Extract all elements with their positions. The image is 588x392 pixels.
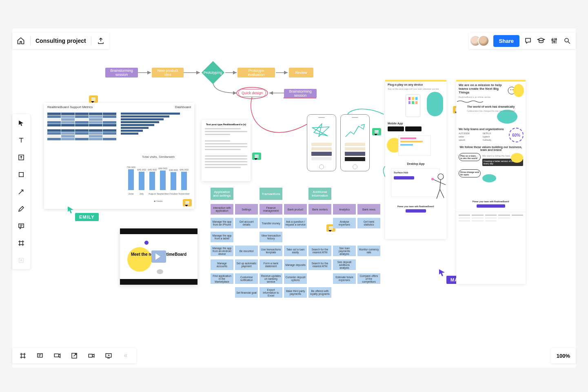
academy-icon[interactable] xyxy=(537,36,546,45)
sticky-note[interactable]: Manage the app from a tablet xyxy=(211,232,233,242)
sticky-note[interactable]: Bank product xyxy=(284,204,307,215)
avatar[interactable] xyxy=(478,35,489,47)
sticky-note[interactable]: Manage accounts xyxy=(211,259,233,270)
chart-bar xyxy=(160,171,166,190)
sticky-note[interactable]: Consider deposit options xyxy=(284,273,307,284)
sticky-note[interactable]: Analytics xyxy=(333,204,356,215)
screen-share-icon[interactable] xyxy=(103,350,114,361)
more-tools[interactable] xyxy=(16,255,27,266)
sticky-note[interactable]: Be offered with loyalty programs xyxy=(308,287,331,298)
sticky-note[interactable]: Be escorted xyxy=(235,246,258,256)
svg-rect-5 xyxy=(19,173,24,177)
sticky-note[interactable]: Make third party payments xyxy=(284,287,307,298)
comment-icon[interactable] xyxy=(252,153,261,160)
flow-node[interactable]: Prototype evaluation xyxy=(237,68,275,78)
flow-node[interactable]: Brainstorming session xyxy=(105,68,138,78)
phone-wireframe[interactable] xyxy=(307,114,336,171)
sticky-note[interactable]: Manage the app from an iPhone xyxy=(211,218,233,228)
sticky-note[interactable]: Interaction with application xyxy=(211,204,233,215)
document-card[interactable]: Test post type RealtimeBoard a (s) xyxy=(202,120,251,181)
phone-wireframe[interactable] xyxy=(340,114,370,171)
flow-node[interactable]: Review xyxy=(289,68,313,78)
share-button[interactable]: Share xyxy=(493,35,519,47)
sticky-note[interactable]: Find application in the Marketplace xyxy=(211,273,233,284)
select-tool[interactable] xyxy=(16,117,27,129)
comment-icon[interactable] xyxy=(183,199,192,206)
sticky-note[interactable]: See deposit additions analysis xyxy=(333,259,356,270)
sticky-note[interactable]: Transfer money xyxy=(260,218,282,228)
sticky-note[interactable]: Search for the nearest ATM xyxy=(308,246,331,256)
sticky-header[interactable]: Transactions xyxy=(260,188,282,200)
sticky-note[interactable]: Receive updates on banking service xyxy=(260,273,282,284)
sticky-note[interactable]: Bank centers xyxy=(308,204,331,215)
presentation-icon[interactable] xyxy=(51,350,63,361)
sticky-note[interactable]: Set financial goal xyxy=(235,287,258,298)
board-title[interactable]: Consulting project xyxy=(36,38,86,44)
sticky-note[interactable]: Get account details xyxy=(235,218,258,228)
sticky-note[interactable]: Get bank statistics xyxy=(357,218,380,228)
flow-decision[interactable]: Prototyping xyxy=(202,61,225,84)
zoom-level[interactable]: 100% xyxy=(551,348,576,363)
svg-point-1 xyxy=(554,41,555,42)
frames-icon[interactable] xyxy=(17,350,29,361)
comment-icon[interactable] xyxy=(89,95,98,103)
svg-rect-7 xyxy=(19,258,24,263)
sticky-note[interactable]: Set up automatic payment xyxy=(235,259,258,270)
pen-tool[interactable] xyxy=(16,203,27,215)
export-icon[interactable] xyxy=(96,36,105,45)
sticky-note[interactable]: Export information to Excel xyxy=(260,287,282,298)
mockup-device-page[interactable]: Plug-n-play on any device Stay on the sa… xyxy=(385,80,446,239)
chat-icon[interactable] xyxy=(524,36,533,45)
sticky-note[interactable]: Manage deposits xyxy=(284,259,307,270)
flow-node[interactable]: Brainstorming session xyxy=(284,89,317,98)
sticky-note[interactable]: Estimate future expenses xyxy=(333,273,356,284)
template-tool[interactable] xyxy=(16,152,27,163)
svg-point-0 xyxy=(552,39,553,40)
svg-rect-8 xyxy=(38,354,42,357)
share-embed-icon[interactable] xyxy=(69,350,80,361)
brand-logo: twitter xyxy=(459,135,480,138)
sticky-header[interactable]: Additional information xyxy=(308,188,331,200)
flow-node[interactable]: Quick design xyxy=(238,89,266,97)
sticky-note[interactable]: Compare offers of the competitors xyxy=(357,273,380,284)
video-icon[interactable] xyxy=(86,350,97,361)
sticky-note[interactable]: Form a bank statement xyxy=(260,259,282,270)
sticky-note[interactable]: Customise notification xyxy=(235,273,258,284)
sticky-note[interactable]: Use transactions template xyxy=(260,246,282,256)
sticky-note[interactable]: Search for the nearest ATM xyxy=(308,259,331,270)
sticky-note[interactable]: Monitor currency rate xyxy=(357,246,380,256)
settings-icon[interactable] xyxy=(550,36,559,45)
collaborator-avatars[interactable] xyxy=(473,35,489,47)
collapse-icon[interactable] xyxy=(120,350,131,361)
sticky-note[interactable]: Finance management xyxy=(260,204,282,215)
sticky-note[interactable]: View transaction history xyxy=(260,232,282,242)
sticky-note[interactable]: Settings xyxy=(235,204,258,215)
shape-tool[interactable] xyxy=(16,169,27,180)
svg-point-22 xyxy=(438,174,444,179)
sticky-header[interactable]: Application and settings xyxy=(211,188,233,200)
sticky-note[interactable]: Take out a loan easily xyxy=(284,246,307,256)
home-icon[interactable] xyxy=(16,36,25,45)
sticky-note[interactable]: Analyse expenses xyxy=(333,218,356,228)
video-card[interactable]: Meet the new RealtimeBoard xyxy=(120,228,197,285)
person-illustration xyxy=(424,171,449,204)
comments-icon[interactable] xyxy=(34,350,46,361)
comment-tool[interactable] xyxy=(16,220,27,232)
separator xyxy=(30,36,31,45)
sticky-note[interactable]: See loan payments analysis xyxy=(333,246,356,256)
canvas[interactable]: Brainstorming session New product idea P… xyxy=(0,0,588,392)
brand-logo: logitech xyxy=(483,135,504,138)
dashboard-card[interactable]: RealtimeBoard Support MetricsDashboard xyxy=(44,103,194,209)
text-tool[interactable] xyxy=(16,135,27,146)
sticky-note[interactable]: Bank news xyxy=(357,204,380,215)
flow-node[interactable]: New product idea xyxy=(152,68,184,78)
comment-icon[interactable] xyxy=(372,128,381,135)
arrow-tool[interactable] xyxy=(16,186,27,197)
mockup-about-page[interactable]: We are on a mission to help teams create… xyxy=(456,80,526,284)
frame-tool[interactable] xyxy=(16,237,27,249)
sticky-note[interactable]: Ask a question / request a service xyxy=(284,218,307,228)
play-icon[interactable] xyxy=(151,250,166,263)
search-icon[interactable] xyxy=(563,36,572,45)
topbar-right: Share xyxy=(469,33,576,49)
sticky-note[interactable]: Manage the app from an Android device xyxy=(211,246,233,256)
